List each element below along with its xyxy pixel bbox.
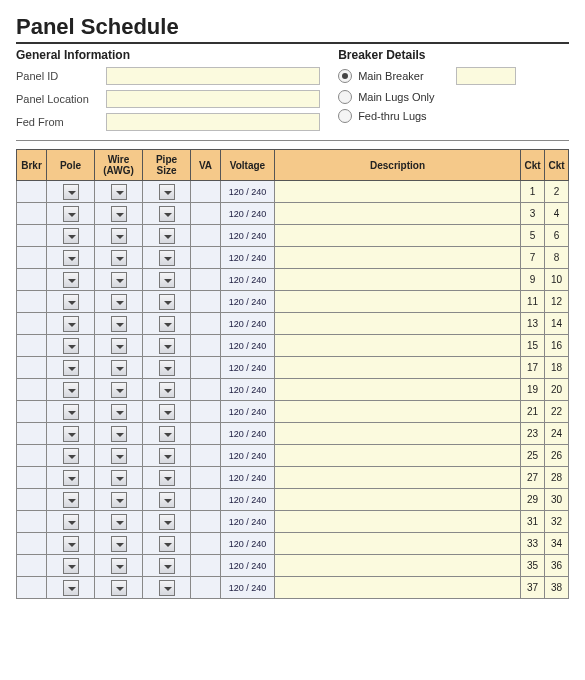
dropdown-icon[interactable]: [111, 492, 127, 508]
cell-brkr[interactable]: [17, 335, 47, 357]
cell-pole[interactable]: [47, 225, 95, 247]
cell-pole[interactable]: [47, 423, 95, 445]
cell-va[interactable]: [191, 357, 221, 379]
cell-pipe[interactable]: [143, 533, 191, 555]
cell-pole[interactable]: [47, 467, 95, 489]
cell-brkr[interactable]: [17, 511, 47, 533]
cell-description[interactable]: [275, 379, 521, 401]
cell-brkr[interactable]: [17, 423, 47, 445]
dropdown-icon[interactable]: [63, 404, 79, 420]
cell-wire[interactable]: [95, 203, 143, 225]
dropdown-icon[interactable]: [111, 184, 127, 200]
cell-pipe[interactable]: [143, 203, 191, 225]
dropdown-icon[interactable]: [111, 536, 127, 552]
cell-pole[interactable]: [47, 313, 95, 335]
dropdown-icon[interactable]: [63, 492, 79, 508]
cell-description[interactable]: [275, 467, 521, 489]
cell-pole[interactable]: [47, 577, 95, 599]
dropdown-icon[interactable]: [159, 316, 175, 332]
cell-wire[interactable]: [95, 533, 143, 555]
dropdown-icon[interactable]: [111, 228, 127, 244]
fed-from-input[interactable]: [106, 113, 320, 131]
cell-wire[interactable]: [95, 577, 143, 599]
dropdown-icon[interactable]: [159, 184, 175, 200]
dropdown-icon[interactable]: [111, 206, 127, 222]
cell-pipe[interactable]: [143, 511, 191, 533]
cell-wire[interactable]: [95, 467, 143, 489]
cell-pipe[interactable]: [143, 401, 191, 423]
dropdown-icon[interactable]: [159, 228, 175, 244]
cell-wire[interactable]: [95, 445, 143, 467]
panel-id-input[interactable]: [106, 67, 320, 85]
cell-description[interactable]: [275, 533, 521, 555]
cell-brkr[interactable]: [17, 225, 47, 247]
cell-brkr[interactable]: [17, 291, 47, 313]
dropdown-icon[interactable]: [159, 338, 175, 354]
dropdown-icon[interactable]: [63, 184, 79, 200]
dropdown-icon[interactable]: [159, 558, 175, 574]
cell-pipe[interactable]: [143, 555, 191, 577]
cell-pipe[interactable]: [143, 489, 191, 511]
cell-va[interactable]: [191, 269, 221, 291]
cell-va[interactable]: [191, 225, 221, 247]
cell-wire[interactable]: [95, 423, 143, 445]
dropdown-icon[interactable]: [63, 360, 79, 376]
dropdown-icon[interactable]: [111, 514, 127, 530]
cell-pipe[interactable]: [143, 247, 191, 269]
dropdown-icon[interactable]: [159, 294, 175, 310]
cell-description[interactable]: [275, 313, 521, 335]
cell-description[interactable]: [275, 445, 521, 467]
cell-pole[interactable]: [47, 445, 95, 467]
dropdown-icon[interactable]: [63, 426, 79, 442]
cell-pole[interactable]: [47, 335, 95, 357]
cell-va[interactable]: [191, 181, 221, 203]
cell-description[interactable]: [275, 225, 521, 247]
dropdown-icon[interactable]: [63, 206, 79, 222]
cell-description[interactable]: [275, 489, 521, 511]
cell-va[interactable]: [191, 445, 221, 467]
dropdown-icon[interactable]: [111, 448, 127, 464]
cell-description[interactable]: [275, 247, 521, 269]
dropdown-icon[interactable]: [111, 580, 127, 596]
dropdown-icon[interactable]: [159, 426, 175, 442]
dropdown-icon[interactable]: [111, 272, 127, 288]
cell-pipe[interactable]: [143, 313, 191, 335]
cell-va[interactable]: [191, 291, 221, 313]
cell-wire[interactable]: [95, 313, 143, 335]
cell-wire[interactable]: [95, 291, 143, 313]
dropdown-icon[interactable]: [63, 272, 79, 288]
dropdown-icon[interactable]: [63, 558, 79, 574]
dropdown-icon[interactable]: [63, 316, 79, 332]
dropdown-icon[interactable]: [63, 514, 79, 530]
dropdown-icon[interactable]: [159, 470, 175, 486]
panel-location-input[interactable]: [106, 90, 320, 108]
cell-wire[interactable]: [95, 181, 143, 203]
cell-description[interactable]: [275, 555, 521, 577]
cell-va[interactable]: [191, 401, 221, 423]
cell-pipe[interactable]: [143, 181, 191, 203]
cell-va[interactable]: [191, 203, 221, 225]
dropdown-icon[interactable]: [111, 360, 127, 376]
dropdown-icon[interactable]: [111, 404, 127, 420]
cell-wire[interactable]: [95, 357, 143, 379]
cell-va[interactable]: [191, 489, 221, 511]
cell-brkr[interactable]: [17, 247, 47, 269]
cell-wire[interactable]: [95, 511, 143, 533]
cell-description[interactable]: [275, 423, 521, 445]
cell-description[interactable]: [275, 577, 521, 599]
dropdown-icon[interactable]: [111, 382, 127, 398]
cell-wire[interactable]: [95, 247, 143, 269]
cell-description[interactable]: [275, 269, 521, 291]
cell-pipe[interactable]: [143, 357, 191, 379]
dropdown-icon[interactable]: [111, 294, 127, 310]
dropdown-icon[interactable]: [159, 492, 175, 508]
cell-description[interactable]: [275, 511, 521, 533]
cell-va[interactable]: [191, 467, 221, 489]
cell-description[interactable]: [275, 401, 521, 423]
cell-description[interactable]: [275, 335, 521, 357]
cell-va[interactable]: [191, 423, 221, 445]
dropdown-icon[interactable]: [159, 272, 175, 288]
cell-va[interactable]: [191, 379, 221, 401]
cell-pipe[interactable]: [143, 291, 191, 313]
dropdown-icon[interactable]: [159, 250, 175, 266]
